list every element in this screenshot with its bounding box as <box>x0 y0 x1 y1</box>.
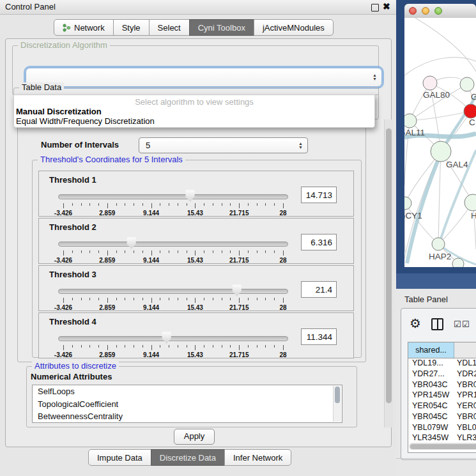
discretization-algorithm-group-title: Discretization Algorithm <box>18 40 110 50</box>
network-window[interactable]: GAL80GCGAL11GAL4GCY1HHAP2 <box>404 4 476 267</box>
threshold-value-input[interactable] <box>301 328 337 345</box>
network-node[interactable] <box>464 104 476 118</box>
select-all-checkbox-icon[interactable]: ☑ <box>454 319 461 329</box>
tick-label: -3.426 <box>54 210 72 217</box>
network-node[interactable] <box>431 141 451 162</box>
tab-select[interactable]: Select <box>149 19 190 36</box>
threshold-panel: Threshold 1 -3.4262.8599.14415.4321.7152… <box>38 171 354 217</box>
table-row[interactable]: YBL079WYBL07 <box>408 422 476 433</box>
slider-track[interactable] <box>58 242 288 247</box>
attributes-group: Attributes to discretize Numerical Attri… <box>26 366 357 427</box>
attribute-list-item[interactable]: BetweennessCentrality <box>33 410 342 423</box>
tab-discretize-data[interactable]: Discretize Data <box>151 449 225 466</box>
threshold-value-input[interactable] <box>301 234 337 250</box>
column-header-name[interactable]: name <box>454 342 476 358</box>
network-node[interactable] <box>423 76 437 90</box>
threshold-slider[interactable]: -3.4262.8599.14415.4321.71528 <box>58 281 288 309</box>
slider-track[interactable] <box>58 336 288 341</box>
threshold-slider[interactable]: -3.4262.8599.14415.4321.71528 <box>58 187 288 215</box>
network-node[interactable] <box>404 197 411 210</box>
network-node[interactable] <box>432 238 445 250</box>
slider-tick-labels: -3.4262.8599.14415.4321.71528 <box>63 210 283 217</box>
panel-vertical-scrollbar[interactable] <box>384 119 393 427</box>
popup-option-manual[interactable]: Manual Discretization <box>16 107 102 116</box>
tick-label: 2.859 <box>99 351 115 358</box>
cell-name: YDR27 <box>454 369 476 380</box>
panel-vertical-scrollbar-thumb[interactable] <box>386 128 392 403</box>
slider-ticks <box>63 203 283 209</box>
popup-option-equal-width[interactable]: Equal Width/Frequency Discretization <box>16 116 155 126</box>
columns-icon[interactable] <box>431 318 443 330</box>
tick-label: -3.426 <box>54 304 72 311</box>
tab-cyni-toolbox[interactable]: Cyni Toolbox <box>189 19 254 36</box>
apply-button[interactable]: Apply <box>174 429 215 445</box>
tab-infer-network[interactable]: Infer Network <box>224 449 291 466</box>
table-row[interactable]: YER054CYER05 <box>408 401 476 411</box>
network-node-label: GCY1 <box>404 211 422 220</box>
network-node-label: GAL4 <box>446 160 468 169</box>
gear-icon[interactable]: ⚙ <box>410 316 421 331</box>
table-horizontal-scrollbar[interactable] <box>409 443 476 450</box>
cell-shared-name: YPR145W <box>408 390 454 401</box>
network-node[interactable] <box>464 194 476 211</box>
network-node-label: G <box>471 92 476 102</box>
table-row[interactable]: YBR045CYBR04 <box>408 411 476 422</box>
number-of-intervals-combo[interactable]: 5 ▲▼ <box>139 137 308 153</box>
network-icon <box>63 24 71 32</box>
algorithm-combo[interactable]: ▲▼ <box>26 68 382 87</box>
table-row[interactable]: YLR345WYLR34 <box>408 433 476 443</box>
tab-jactivemnodules[interactable]: jActiveMNodules <box>254 19 334 36</box>
table-horizontal-scrollbar-thumb[interactable] <box>410 444 476 449</box>
numerical-attributes-list[interactable]: SelfLoopsTopologicalCoefficientBetweenne… <box>32 385 342 423</box>
tab-style[interactable]: Style <box>113 19 150 36</box>
network-graph: GAL80GCGAL11GAL4GCY1HHAP2 <box>404 18 476 267</box>
close-icon[interactable]: ✖ <box>383 1 390 12</box>
combo-stepper-icon[interactable]: ▲▼ <box>298 142 303 150</box>
attributes-list-scrollbar-thumb[interactable] <box>335 387 340 403</box>
zoom-traffic-light-icon[interactable] <box>434 7 442 15</box>
network-node[interactable] <box>452 258 464 267</box>
threshold-slider[interactable]: -3.4262.8599.14415.4321.71528 <box>58 234 288 262</box>
threshold-value-input[interactable] <box>301 187 337 203</box>
slider-track[interactable] <box>58 194 288 199</box>
select-none-checkbox-icon[interactable]: ☑ <box>462 319 470 329</box>
tab-label: Cyni Toolbox <box>198 23 245 33</box>
tab-impute-data[interactable]: Impute Data <box>88 449 151 466</box>
attribute-list-item[interactable]: TopologicalCoefficient <box>33 398 342 411</box>
table-data-group-title: Table Data <box>19 82 64 92</box>
control-panel: Control Panel ✖ NetworkStyleSelectCyni T… <box>0 0 396 476</box>
table-row[interactable]: YBR043CYBR04 <box>408 380 476 390</box>
table-row[interactable]: YDR27...YDR27 <box>408 369 476 380</box>
table-row[interactable]: YDL19...YDL19 <box>408 358 476 369</box>
right-region: GAL80GCGAL11GAL4GCY1HHAP2 Table Panel ⚙ … <box>396 0 476 476</box>
slider-thumb[interactable] <box>232 284 242 296</box>
tick-label: 21.715 <box>229 210 249 217</box>
table-panel-body: ⚙ ☑ ☑ shared... name YDL19...YDL19YDR27.… <box>401 308 476 460</box>
column-header-shared-name[interactable]: shared... <box>408 342 454 358</box>
threshold-label: Threshold 2 <box>49 222 96 232</box>
attribute-list-item[interactable]: SelfLoops <box>33 385 342 398</box>
slider-thumb[interactable] <box>127 237 137 249</box>
tab-label: Style <box>122 23 141 33</box>
tick-label: -3.426 <box>54 351 72 358</box>
tab-network[interactable]: Network <box>54 19 114 36</box>
threshold-value-input[interactable] <box>301 281 337 298</box>
attributes-list-scrollbar[interactable] <box>333 386 341 422</box>
slider-thumb[interactable] <box>185 190 196 202</box>
popup-hint-item[interactable]: Select algorithm to view settings <box>14 97 374 107</box>
table-row[interactable]: YPR145WYPR14 <box>408 390 476 401</box>
float-window-icon[interactable] <box>371 4 379 12</box>
cell-name: YDL19 <box>454 358 476 369</box>
network-node[interactable] <box>460 77 474 91</box>
combo-stepper-icon[interactable]: ▲▼ <box>372 73 377 81</box>
network-canvas[interactable]: GAL80GCGAL11GAL4GCY1HHAP2 <box>404 18 476 267</box>
close-traffic-light-icon[interactable] <box>409 7 417 15</box>
numerical-attributes-label: Numerical Attributes <box>31 372 112 381</box>
threshold-slider[interactable]: -3.4262.8599.14415.4321.71528 <box>58 328 288 357</box>
network-window-titlebar[interactable] <box>404 4 476 19</box>
slider-track[interactable] <box>58 289 288 294</box>
slider-thumb[interactable] <box>162 332 172 344</box>
cyni-toolbox-panel: Discretization Algorithm ▲▼ Select algor… <box>5 38 392 447</box>
minimize-traffic-light-icon[interactable] <box>422 7 429 15</box>
network-node[interactable] <box>404 114 417 128</box>
